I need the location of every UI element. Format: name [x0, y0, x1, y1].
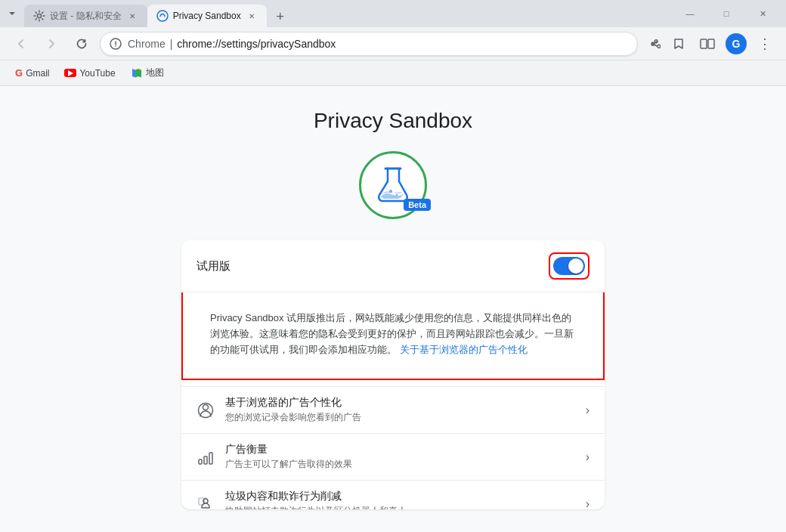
- description-inner: Privacy Sandbox 试用版推出后，网站既能减少使用您的信息，又能提供…: [195, 302, 591, 370]
- spam-fraud-title: 垃圾内容和欺诈行为削减: [225, 490, 575, 503]
- tab-bar: 设置 - 隐私和安全 ✕ Privacy Sandbox ✕ +: [24, 0, 667, 27]
- toggle-container: [549, 252, 590, 280]
- icon-area: Beta: [359, 151, 427, 219]
- window-controls: — □ ✕: [673, 2, 780, 26]
- bookmark-youtube[interactable]: YouTube: [58, 65, 121, 82]
- url-separator: |: [170, 38, 176, 50]
- svg-rect-13: [209, 453, 212, 464]
- close-button[interactable]: ✕: [745, 2, 780, 26]
- ad-measurement-arrow: ›: [586, 450, 590, 464]
- bookmark-gmail[interactable]: G Gmail: [9, 64, 55, 82]
- new-tab-button[interactable]: +: [270, 6, 291, 27]
- settings-card: 试用版 Privacy Sandbox 试用版推出后，网站既能减少使用您的信息，…: [181, 240, 605, 509]
- url-actions: [644, 33, 689, 54]
- bookmark-button[interactable]: [668, 33, 689, 54]
- svg-point-8: [396, 193, 398, 196]
- ad-personalization-content: 基于浏览器的广告个性化 您的浏览记录会影响您看到的广告: [225, 396, 575, 424]
- menu-item-spam-fraud[interactable]: 垃圾内容和欺诈行为削减 协助网站打击欺诈行为以及区分机器人和真人 ›: [181, 480, 605, 509]
- ad-measurement-icon: [196, 448, 215, 466]
- settings-tab-favicon: [33, 10, 45, 22]
- ad-personalization-subtitle: 您的浏览记录会影响您看到的广告: [225, 411, 575, 424]
- trial-label: 试用版: [196, 259, 231, 274]
- ad-personalization-icon: [196, 401, 215, 419]
- bookmark-maps[interactable]: 地图: [125, 63, 170, 82]
- address-bar: Chrome | chrome://settings/privacySandbo…: [0, 27, 786, 60]
- refresh-button[interactable]: [70, 32, 94, 56]
- page-title: Privacy Sandbox: [314, 109, 472, 133]
- forward-button[interactable]: [39, 32, 63, 56]
- title-bar: 设置 - 隐私和安全 ✕ Privacy Sandbox ✕ +: [0, 0, 786, 27]
- spam-fraud-content: 垃圾内容和欺诈行为削减 协助网站打击欺诈行为以及区分机器人和真人: [225, 490, 575, 509]
- trial-toggle[interactable]: [553, 257, 585, 275]
- settings-tab-close[interactable]: ✕: [126, 10, 138, 22]
- bookmarks-bar: G Gmail YouTube 地图: [0, 60, 786, 86]
- chrome-menu-button[interactable]: ⋮: [753, 32, 777, 56]
- beta-badge: Beta: [404, 199, 431, 211]
- profile-container-button[interactable]: [697, 33, 718, 54]
- ad-personalization-arrow: ›: [586, 404, 590, 417]
- svg-point-7: [389, 190, 392, 193]
- ad-personalization-title: 基于浏览器的广告个性化: [225, 396, 575, 410]
- description-link[interactable]: 关于基于浏览器的广告个性化: [400, 344, 528, 355]
- svg-point-9: [203, 404, 209, 410]
- share-button[interactable]: [644, 33, 665, 54]
- minimize-button[interactable]: —: [673, 2, 707, 26]
- secure-icon: [110, 38, 122, 50]
- privacy-sandbox-tab-title: Privacy Sandbox: [173, 11, 241, 21]
- trial-section: 试用版: [181, 240, 605, 292]
- svg-rect-4: [701, 39, 707, 48]
- privacy-sandbox-tab-favicon: [156, 10, 169, 22]
- description-section: Privacy Sandbox 试用版推出后，网站既能减少使用您的信息，又能提供…: [181, 292, 605, 380]
- tab-settings[interactable]: 设置 - 隐私和安全 ✕: [24, 5, 147, 27]
- menu-item-ad-personalization[interactable]: 基于浏览器的广告个性化 您的浏览记录会影响您看到的广告 ›: [181, 386, 605, 433]
- toggle-knob: [568, 258, 583, 274]
- menu-items: 基于浏览器的广告个性化 您的浏览记录会影响您看到的广告 › 广告衡量 广告主可以…: [181, 380, 605, 509]
- spam-fraud-icon: [196, 495, 215, 509]
- svg-rect-12: [204, 456, 207, 464]
- spam-fraud-arrow: ›: [586, 497, 590, 509]
- svg-rect-11: [199, 459, 202, 464]
- browser-chrome: 设置 - 隐私和安全 ✕ Privacy Sandbox ✕ +: [0, 0, 786, 86]
- back-button[interactable]: [9, 32, 33, 56]
- ad-measurement-subtitle: 广告主可以了解广告取得的效果: [225, 458, 575, 471]
- url-path: chrome://settings/privacySandbox: [177, 38, 336, 50]
- flask-icon-container: Beta: [359, 151, 427, 219]
- tab-chevron-area[interactable]: [6, 8, 18, 20]
- profile-button[interactable]: G: [726, 33, 747, 54]
- gmail-label: Gmail: [26, 68, 49, 79]
- menu-item-ad-measurement[interactable]: 广告衡量 广告主可以了解广告取得的效果 ›: [181, 433, 605, 480]
- settings-tab-title: 设置 - 隐私和安全: [50, 10, 122, 23]
- url-bar[interactable]: Chrome | chrome://settings/privacySandbo…: [100, 32, 638, 56]
- spam-fraud-subtitle: 协助网站打击欺诈行为以及区分机器人和真人: [225, 505, 575, 509]
- gmail-icon: G: [15, 67, 23, 79]
- ad-measurement-title: 广告衡量: [225, 443, 575, 456]
- tab-privacy-sandbox[interactable]: Privacy Sandbox ✕: [147, 5, 267, 27]
- page-content: Privacy Sandbox Beta 试用版: [0, 86, 786, 532]
- svg-point-0: [38, 14, 42, 18]
- privacy-sandbox-tab-close[interactable]: ✕: [246, 10, 258, 22]
- maps-icon: [131, 67, 143, 79]
- maximize-button[interactable]: □: [709, 2, 744, 26]
- ad-measurement-content: 广告衡量 广告主可以了解广告取得的效果: [225, 443, 575, 471]
- youtube-label: YouTube: [79, 68, 115, 79]
- youtube-icon: [64, 69, 76, 77]
- svg-rect-5: [708, 39, 714, 48]
- url-text: Chrome | chrome://settings/privacySandbo…: [128, 38, 628, 50]
- svg-point-3: [115, 45, 116, 47]
- svg-point-1: [157, 11, 168, 21]
- url-chrome-label: Chrome: [128, 38, 166, 50]
- maps-label: 地图: [146, 66, 164, 79]
- youtube-play-icon: [68, 70, 73, 76]
